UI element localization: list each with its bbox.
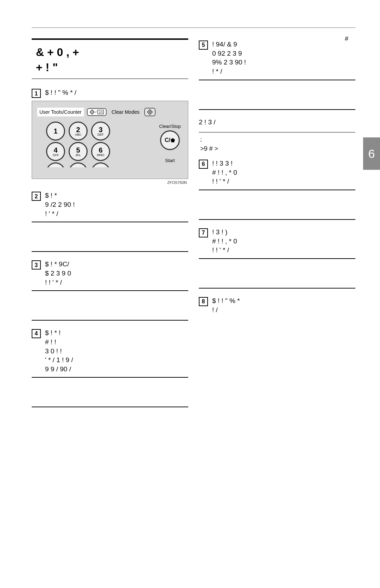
step-number: 1 <box>32 89 41 98</box>
svg-text:123: 123 <box>99 111 103 113</box>
step-number: 5 <box>199 41 208 50</box>
step-number: 6 <box>199 160 208 169</box>
keypad-key-2: 2ABC <box>69 122 88 141</box>
clear-stop-label: Clear/Stop <box>156 124 184 129</box>
step-number: 8 <box>199 297 208 306</box>
step-5: 5 ! 94/ & 9 0 92 2 3 9 9% 2 3 90 ! ! * / <box>199 40 355 76</box>
step-1: 1 $ ! ! " % * / <box>32 88 188 98</box>
clear-stop-button-icon: C/ <box>160 130 180 150</box>
screen-placeholder <box>32 222 188 252</box>
step-text: $ ! ! " % * ! / <box>212 296 355 314</box>
screen-placeholder <box>199 190 355 220</box>
step-text: $ ! * ! # ! ! 3 0 ! ! ' * / 1 ! 9 / 9 9 … <box>45 328 188 373</box>
user-tools-counter-label: User Tools/Counter <box>37 107 84 117</box>
step-number: 3 <box>32 260 41 270</box>
step-8: 8 $ ! ! " % * ! / <box>199 296 355 314</box>
section-title: & + 0 , + + ! " <box>32 38 188 79</box>
step-number: 2 <box>32 192 41 201</box>
keypad-caption: ZFOS760N <box>32 180 187 185</box>
svg-point-5 <box>149 111 151 113</box>
step-4: 4 $ ! * ! # ! ! 3 0 ! ! ' * / 1 ! 9 / 9 … <box>32 328 188 373</box>
step-6: 6 ! ! 3 3 ! # ! ! , * 0 ! ! ' * / <box>199 159 355 186</box>
thin-rule <box>199 132 355 132</box>
keypad-key-5: 5JKL <box>69 142 88 161</box>
note-reference: >9 # > <box>200 145 355 153</box>
step-7: 7 ! 3 ! ) # ! ! , * 0 ! ! ' * / <box>199 228 355 255</box>
step-number: 7 <box>199 228 208 237</box>
step-text: ! 3 ! ) # ! ! , * 0 ! ! ' * / <box>212 228 355 255</box>
screen-placeholder <box>32 290 188 321</box>
screen-placeholder <box>199 80 355 110</box>
keypad-illustration: User Tools/Counter / 123 Clear Modes 1 2… <box>32 101 188 179</box>
step-number: 4 <box>32 329 41 338</box>
left-column: & + 0 , + + ! " 1 $ ! ! " % * / User Too… <box>32 38 188 415</box>
clear-modes-label: Clear Modes <box>109 108 141 116</box>
header-rule <box>32 27 355 28</box>
paragraph: 2 ! 3 / <box>199 118 355 127</box>
section-title-line2: + ! " <box>36 60 188 75</box>
keypad-key-cut <box>46 162 65 167</box>
step-3: 3 $ ! * 9C/ $ 2 3 9 0 ! ! ' * / <box>32 260 188 287</box>
user-tools-counter-icon: / 123 <box>87 108 107 116</box>
section-title-line1: & + 0 , + <box>36 45 188 60</box>
keypad-key-1: 1 <box>46 122 65 141</box>
screen-placeholder <box>199 258 355 289</box>
svg-point-1 <box>91 112 93 113</box>
keypad-key-cut <box>91 162 110 167</box>
step-text: $ ! * 9C/ $ 2 3 9 0 ! ! ' * / <box>45 260 188 287</box>
clear-modes-icon <box>144 108 156 116</box>
svg-marker-6 <box>171 138 175 142</box>
screen-placeholder <box>32 377 188 407</box>
step-text: ! ! 3 3 ! # ! ! , * 0 ! ! ' * / <box>212 159 355 186</box>
keypad-key-4: 4GHI <box>46 142 65 161</box>
header-topic: # <box>345 35 348 43</box>
keypad-key-6: 6MNO <box>91 142 110 161</box>
step-2: 2 $ ! * 9 /2 2 90 ! ! ' * / <box>32 191 188 218</box>
start-label: Start <box>156 158 184 163</box>
keypad-key-3: 3DEF <box>91 122 110 141</box>
right-column: 5 ! 94/ & 9 0 92 2 3 9 9% 2 3 90 ! ! * /… <box>199 38 355 415</box>
step-text: ! 94/ & 9 0 92 2 3 9 9% 2 3 90 ! ! * / <box>212 40 355 76</box>
step-text: $ ! * 9 /2 2 90 ! ! ' * / <box>45 191 188 218</box>
step-text: $ ! ! " % * / <box>45 88 188 97</box>
page-thumb-tab: 6 <box>363 137 380 170</box>
keypad-key-cut <box>69 162 88 167</box>
note-label: ; <box>200 136 355 143</box>
